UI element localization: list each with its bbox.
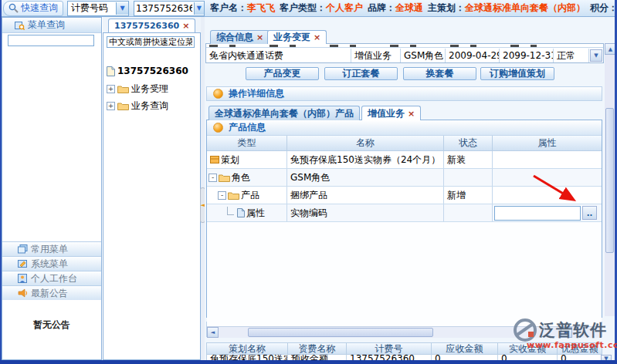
sidebar-item-label: 系统菜单 [31, 258, 68, 271]
expand-plus-icon[interactable]: + [107, 85, 115, 93]
col-billing-number[interactable]: 计费号 [347, 343, 432, 354]
window-border-left [0, 0, 2, 364]
chevron-down-icon[interactable]: ▼ [194, 2, 204, 15]
col-name[interactable]: 名称 [287, 136, 444, 150]
document-icon [107, 66, 115, 76]
col-received-amount[interactable]: 实收金额 [498, 343, 558, 354]
no-announcement-text: 暂无公告 [2, 317, 101, 332]
top-quick-search-bar: 快速查询 计费号码 ▼ ▼ 客户名：李飞飞 客户类型：个人客户 品牌：全球通 主… [0, 0, 617, 17]
tab-comprehensive-info[interactable]: 综合信息 × [210, 30, 270, 44]
tab-label: 增值业务 [368, 107, 405, 120]
customer-type-label: 客户类型： [280, 2, 326, 15]
col-type[interactable]: 类型 [207, 136, 287, 150]
close-icon[interactable]: × [314, 32, 320, 42]
col-discount-amount[interactable]: 优惠金额 [558, 343, 602, 354]
orange-ball-icon [213, 89, 223, 99]
sidebar-panel-personal-workspace[interactable]: 个人工作台 [2, 271, 101, 285]
tree-tab[interactable]: 13757526360 × [108, 19, 195, 32]
horizontal-scrollbar[interactable]: ◄ ► [207, 326, 602, 338]
tab-label: 业务变更 [273, 31, 310, 44]
brand-value: 全球通 [395, 2, 423, 15]
revise-package-button[interactable]: 订正套餐 [324, 67, 398, 80]
row-type: 角色 [232, 171, 250, 184]
col-receivable-amount[interactable]: 应收金额 [432, 343, 498, 354]
tab-value-added-service[interactable]: 增值业务 × [361, 106, 421, 120]
table-empty-area [207, 222, 602, 326]
product-panel: 产品信息 类型 名称 状态 属性 策划 免预存保底150送实物券（24个月） 新… [206, 120, 602, 318]
row-name: GSM角色 [287, 169, 444, 186]
col-status[interactable]: 状态 [444, 136, 493, 150]
field-selector[interactable]: 计费号码 ▼ [67, 1, 129, 16]
row-status [444, 204, 493, 221]
tree-filter-input[interactable] [107, 36, 195, 48]
order-value-added-plan-button[interactable]: 订购增值策划 [480, 67, 554, 80]
points-label: 积分： [590, 2, 617, 15]
close-icon[interactable]: × [256, 32, 263, 42]
field-selector-value: 计费号码 [68, 2, 116, 15]
row-dropdown-icon[interactable]: ▼ [590, 49, 602, 62]
expand-minus-icon[interactable]: - [208, 174, 217, 182]
tree-panel: 13757526360 × 13757526360 + 业务受理 + [103, 17, 201, 360]
service-record-row[interactable]: 免省内铁通通话费 增值业务 GSM角色 2009-04-29 2 2099-12… [206, 49, 603, 62]
operation-detail-title: 操作详细信息 [229, 87, 284, 100]
close-icon[interactable]: × [182, 21, 189, 31]
close-icon[interactable]: × [408, 109, 415, 119]
orange-ball-icon [213, 123, 223, 133]
row-name: 实物编码 [287, 204, 444, 221]
service-role-cell: GSM角色 [401, 49, 446, 62]
tab-business-change[interactable]: 业务变更 × [267, 30, 327, 44]
product-change-button[interactable]: 产品变更 [246, 67, 319, 80]
tree-node-label: 业务受理 [131, 83, 168, 96]
quick-search-button[interactable]: 快速查询 [3, 1, 63, 16]
col-tariff-name[interactable]: 资费名称 [288, 343, 347, 354]
announcement-horn-icon [18, 288, 28, 298]
quick-search-label: 快速查询 [21, 2, 58, 15]
tab-main-plan-product-info[interactable]: 全球通标准单向套餐（内部）产品信息 [208, 106, 360, 120]
scroll-right-icon[interactable]: ► [561, 327, 572, 338]
search-icon [8, 3, 19, 13]
product-info-title: 产品信息 [229, 121, 266, 134]
tree-node-business-accept[interactable]: + 业务受理 [107, 83, 168, 96]
tree-node-label: 业务查询 [131, 99, 168, 113]
sidebar-panel-latest-announcements[interactable]: 最新公告 [2, 285, 101, 300]
clipped-row [206, 44, 603, 48]
scroll-left-icon[interactable]: ◄ [207, 327, 219, 338]
row-type: 策划 [221, 153, 239, 167]
sidebar-item-label: 最新公告 [31, 287, 68, 300]
tab-label: 全球通标准单向套餐（内部）产品信息 [215, 107, 354, 120]
row-type: 属性 [246, 207, 265, 220]
product-table-header: 类型 名称 状态 属性 [207, 136, 602, 151]
folder-icon [219, 174, 230, 182]
service-start-cell: 2009-04-29 2 [446, 49, 500, 62]
product-info-section-header: 产品信息 [207, 120, 602, 136]
tree-node-business-query[interactable]: + 业务查询 [107, 99, 168, 113]
tree-root-node[interactable]: 13757526360 [107, 66, 188, 76]
table-row-plan[interactable]: 策划 免预存保底150送实物券（24个月） 新装 [207, 151, 602, 169]
sidebar-panel-system-menu[interactable]: 系统菜单 [2, 256, 101, 271]
customer-name-label: 客户名： [210, 2, 247, 15]
menu-search-icon [15, 21, 25, 30]
main-plan-label: 主策划： [428, 2, 465, 15]
menu-query-title: 菜单查询 [28, 19, 65, 32]
service-end-cell: 2099-12-31 0 [500, 49, 554, 62]
row-status [444, 169, 493, 186]
number-combo[interactable]: ▼ [134, 1, 205, 16]
service-record-grid: 免省内铁通通话费 增值业务 GSM角色 2009-04-29 2 2099-12… [205, 43, 604, 63]
sidebar-panel-menu-query[interactable]: 菜单查询 [2, 18, 101, 33]
number-input[interactable] [134, 3, 194, 14]
scrollbar-thumb[interactable] [248, 328, 433, 337]
folder-icon [117, 102, 129, 110]
menu-search-input[interactable] [8, 35, 94, 46]
main-plan-value: 全球通标准单向套餐（内部） [465, 2, 585, 15]
chevron-down-icon[interactable]: ▼ [116, 2, 128, 15]
col-plan-name[interactable]: 策划名称 [207, 343, 288, 354]
expand-plus-icon[interactable]: + [107, 102, 115, 110]
vertical-scrollbar[interactable]: ▲ [605, 43, 615, 316]
col-attribute[interactable]: 属性 [493, 136, 602, 150]
row-name: 免预存保底150送实物券（24个月） [287, 151, 444, 168]
change-package-button[interactable]: 换套餐 [403, 67, 476, 80]
sidebar-panel-common-menu[interactable]: 常用菜单 [2, 241, 101, 256]
scrollbar-thumb[interactable] [605, 108, 614, 253]
expand-minus-icon[interactable]: - [218, 191, 226, 200]
service-status-cell: 正常 [554, 49, 589, 62]
